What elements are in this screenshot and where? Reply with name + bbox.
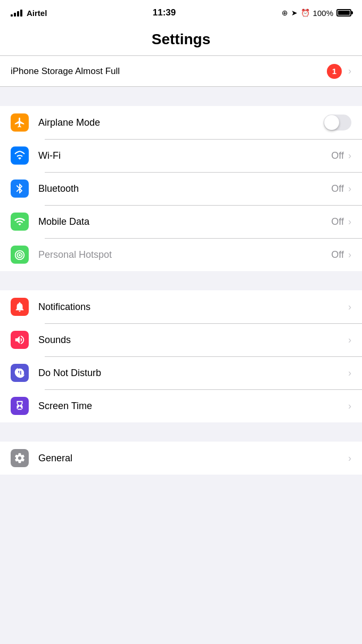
settings-row-notifications[interactable]: Notifications ›	[0, 290, 362, 323]
sounds-label: Sounds	[38, 335, 348, 346]
settings-row-do-not-disturb[interactable]: Do Not Disturb ›	[0, 356, 362, 389]
mobile-data-value: Off	[331, 216, 344, 227]
battery-icon	[336, 9, 351, 17]
bluetooth-value: Off	[331, 183, 344, 194]
wifi-icon	[11, 146, 29, 165]
settings-row-bluetooth[interactable]: Bluetooth Off ›	[0, 172, 362, 205]
notification-badge: 1	[327, 64, 342, 79]
settings-group-connectivity: Airplane Mode Wi-Fi Off › Bluetooth Off …	[0, 106, 362, 271]
bluetooth-chevron-icon: ›	[348, 183, 351, 194]
settings-row-general[interactable]: General ›	[0, 442, 362, 475]
mobile-data-icon	[11, 213, 29, 231]
mobile-data-chevron-icon: ›	[348, 216, 351, 227]
settings-row-personal-hotspot[interactable]: Personal Hotspot Off ›	[0, 238, 362, 271]
settings-row-mobile-data[interactable]: Mobile Data Off ›	[0, 205, 362, 238]
general-chevron-icon: ›	[348, 453, 351, 464]
screen-time-icon	[11, 397, 29, 415]
settings-row-wifi[interactable]: Wi-Fi Off ›	[0, 139, 362, 172]
personal-hotspot-icon	[11, 246, 29, 264]
wifi-chevron-icon: ›	[348, 150, 351, 161]
section-separator-2	[0, 271, 362, 290]
do-not-disturb-chevron-icon: ›	[348, 368, 351, 379]
settings-group-system: Notifications › Sounds › Do Not Disturb …	[0, 290, 362, 422]
section-separator-3	[0, 422, 362, 442]
notifications-label: Notifications	[38, 301, 348, 313]
bluetooth-icon	[11, 180, 29, 198]
screen-time-label: Screen Time	[38, 401, 348, 412]
do-not-disturb-icon	[11, 364, 29, 382]
page-title: Settings	[11, 31, 351, 48]
personal-hotspot-label: Personal Hotspot	[38, 249, 331, 260]
sounds-chevron-icon: ›	[348, 335, 351, 346]
do-not-disturb-label: Do Not Disturb	[38, 368, 348, 379]
navigation-icon: ➤	[291, 9, 298, 17]
settings-row-screen-time[interactable]: Screen Time ›	[0, 389, 362, 422]
notifications-icon	[11, 298, 29, 316]
bluetooth-label: Bluetooth	[38, 183, 331, 194]
alarm-icon: ⏰	[301, 9, 310, 17]
notification-chevron-icon: ›	[348, 66, 351, 77]
general-label: General	[38, 453, 348, 464]
general-icon	[11, 449, 29, 467]
settings-row-airplane-mode[interactable]: Airplane Mode	[0, 106, 362, 139]
notifications-chevron-icon: ›	[348, 301, 351, 313]
notification-row[interactable]: iPhone Storage Almost Full 1 ›	[0, 56, 362, 87]
status-bar: Airtel 11:39 ⊕ ➤ ⏰ 100%	[0, 0, 362, 23]
section-separator-1	[0, 87, 362, 106]
settings-row-sounds[interactable]: Sounds ›	[0, 323, 362, 356]
location-icon: ⊕	[282, 9, 288, 17]
wifi-label: Wi-Fi	[38, 150, 331, 161]
page-header: Settings	[0, 23, 362, 56]
airplane-mode-toggle[interactable]	[324, 115, 351, 131]
mobile-data-label: Mobile Data	[38, 216, 331, 227]
battery-label: 100%	[313, 9, 333, 18]
personal-hotspot-value: Off	[331, 249, 344, 260]
airplane-mode-label: Airplane Mode	[38, 117, 324, 128]
status-time: 11:39	[153, 7, 176, 18]
signal-bars-icon	[11, 10, 22, 17]
notification-text: iPhone Storage Almost Full	[11, 66, 327, 77]
screen-time-chevron-icon: ›	[348, 401, 351, 412]
sounds-icon	[11, 331, 29, 349]
status-left: Airtel	[11, 9, 47, 18]
wifi-value: Off	[331, 150, 344, 161]
personal-hotspot-chevron-icon: ›	[348, 249, 351, 260]
settings-group-more: General ›	[0, 442, 362, 475]
airplane-mode-icon	[11, 113, 29, 132]
status-right: ⊕ ➤ ⏰ 100%	[282, 9, 351, 18]
carrier-label: Airtel	[27, 9, 47, 18]
